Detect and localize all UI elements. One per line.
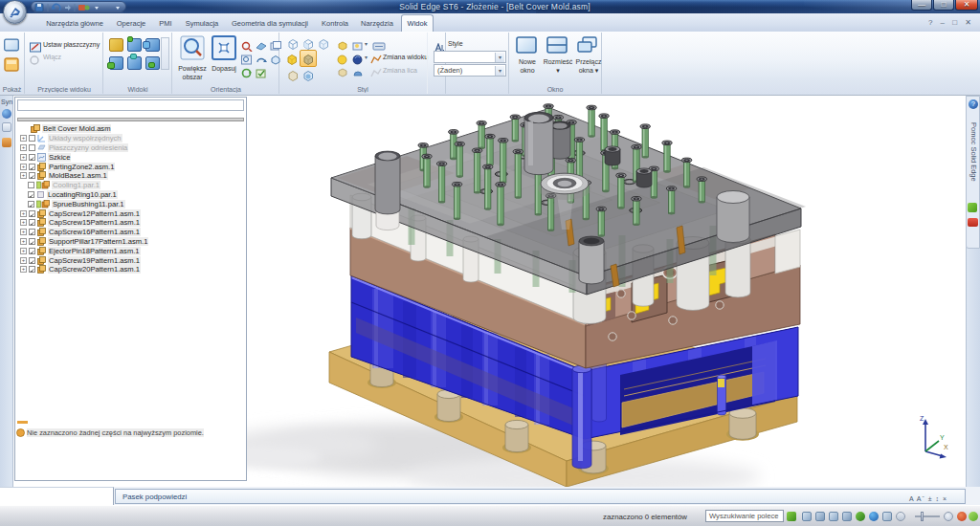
svg-text:Y: Y	[940, 434, 945, 441]
svg-text:Z: Z	[920, 415, 924, 422]
svg-text:X: X	[944, 444, 948, 450]
